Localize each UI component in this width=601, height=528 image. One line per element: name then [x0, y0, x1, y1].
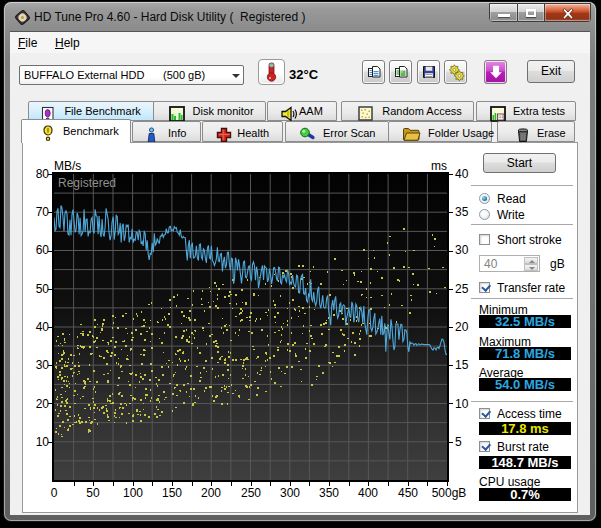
svg-text:Registered: Registered — [58, 176, 116, 190]
